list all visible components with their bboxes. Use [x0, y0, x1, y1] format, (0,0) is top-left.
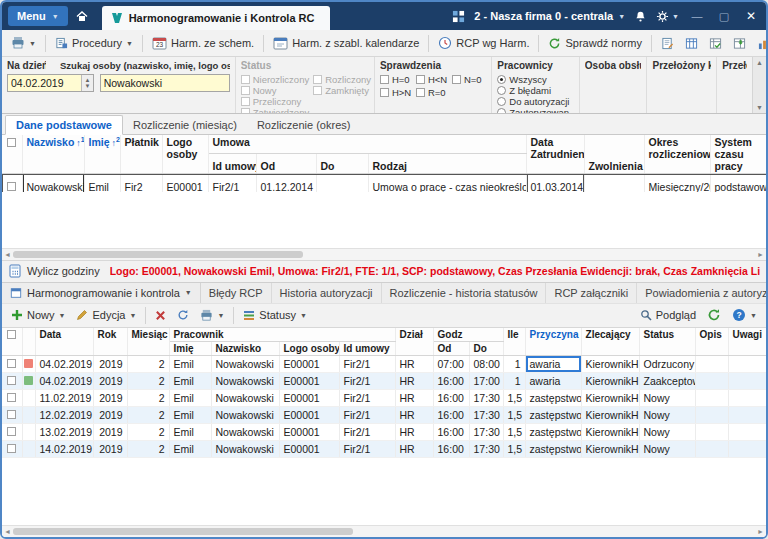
cell[interactable]: 17:00 [469, 372, 503, 389]
overtime-row[interactable]: 12.02.201920192EmilNowakowskiE00001Fir2/… [2, 406, 766, 423]
col-logo-osoby[interactable]: Logo osoby [162, 135, 208, 174]
bottom-tab[interactable]: Historia autoryzacji [272, 283, 382, 303]
company-selector[interactable]: 2 - Nasza firma 0 - centrala ▼ [474, 10, 625, 22]
col-group-godz[interactable]: Godz [433, 328, 503, 342]
overtime-row[interactable]: 14.02.201920192EmilNowakowskiE00001Fir2/… [2, 440, 766, 457]
cell[interactable]: 16:00 [433, 372, 469, 389]
cell[interactable]: KierownikHR [581, 406, 639, 423]
filter-checkbox[interactable]: Nierozliczony [241, 74, 310, 85]
notifications-bell-icon[interactable] [634, 10, 647, 23]
cell[interactable]: 2019 [93, 372, 127, 389]
cell[interactable]: Fir2/1 [339, 389, 395, 406]
filter-radio[interactable]: Z błędami [497, 85, 574, 96]
col-data-zatrudnienia[interactable]: Data Zatrudnienia [526, 135, 584, 174]
doc-edit-button[interactable] [656, 34, 679, 53]
statusy-button[interactable]: Statusy ▼ [238, 306, 312, 324]
filter-checkbox[interactable]: Zamknięty [313, 85, 369, 96]
col-nazwisko[interactable]: Nazwisko [211, 341, 279, 355]
cell[interactable] [728, 406, 766, 423]
cell[interactable]: E00001 [279, 355, 339, 372]
bottom-tab[interactable]: RCP załączniki [546, 283, 637, 303]
tab-rozliczenie-okres[interactable]: Rozliczenie (okres) [247, 116, 361, 134]
cell[interactable] [695, 440, 728, 457]
cell[interactable]: 2 [127, 440, 169, 457]
cell[interactable]: 2019 [93, 423, 127, 440]
cell[interactable]: Fir2/1 [339, 423, 395, 440]
filter-radio[interactable]: Wszyscy [497, 74, 574, 85]
filter-radio[interactable]: Do autoryzacji [497, 96, 574, 107]
col-platnik[interactable]: Płatnik [120, 135, 162, 174]
cell[interactable]: 17:30 [469, 406, 503, 423]
chart-button[interactable]: ▼ [753, 34, 768, 53]
refresh-small-button[interactable] [172, 306, 194, 324]
refresh-bottom-button[interactable] [702, 305, 726, 325]
harm-z-szabl-button[interactable]: Harm. z szabl. kalendarze [268, 33, 424, 53]
col-dzial[interactable]: Dział [395, 328, 433, 356]
cell[interactable]: 1,5 [503, 406, 525, 423]
cell[interactable]: 1 [503, 372, 525, 389]
cell[interactable] [695, 406, 728, 423]
cell[interactable] [695, 355, 728, 372]
cell[interactable]: Fir2/1 [339, 440, 395, 457]
rcp-wg-harm-button[interactable]: RCP wg Harm. [433, 33, 534, 53]
col-zlecajacy[interactable]: Zlecający [581, 328, 639, 356]
col-opis[interactable]: Opis [695, 328, 728, 356]
cell[interactable]: Fir2/1 [339, 355, 395, 372]
cell[interactable]: 2 [127, 423, 169, 440]
maximize-button[interactable]: ▢ [715, 10, 733, 23]
edycja-button[interactable]: Edycja ▼ [71, 306, 141, 324]
cell[interactable]: HR [395, 372, 433, 389]
cell[interactable]: Emil [169, 423, 211, 440]
row-checkbox[interactable] [2, 355, 22, 372]
scroll-thumb[interactable] [13, 528, 353, 535]
delete-button[interactable] [150, 307, 171, 324]
cell[interactable]: HR [395, 406, 433, 423]
cell[interactable]: zastępstwo [525, 406, 581, 423]
col-rodzaj[interactable]: Rodzaj [368, 154, 526, 174]
cell[interactable]: 16:00 [433, 389, 469, 406]
podglad-button[interactable]: Podgląd [635, 306, 701, 324]
cell[interactable]: Emil [169, 406, 211, 423]
app-tiles-icon[interactable] [452, 10, 465, 23]
filter-checkbox[interactable]: H=0 [380, 74, 416, 85]
row-checkbox[interactable] [2, 389, 22, 406]
cell[interactable]: E00001 [279, 440, 339, 457]
cell[interactable]: 17:30 [469, 389, 503, 406]
col-logo-osoby[interactable]: Logo osoby [279, 341, 339, 355]
date-spinner[interactable]: ▲▼ [81, 75, 92, 91]
cell[interactable]: zastępstwo [525, 440, 581, 457]
cell[interactable]: Emil [169, 440, 211, 457]
cell[interactable] [728, 440, 766, 457]
cell[interactable]: Fir2/1 [339, 372, 395, 389]
col-group-pracownik[interactable]: Pracownik [169, 328, 395, 342]
filter-checkbox[interactable]: Przeliczony [241, 96, 310, 107]
col-id-umowy[interactable]: Id umowy [208, 154, 256, 174]
home-button[interactable] [68, 4, 96, 28]
cell[interactable]: 12.02.2019 [35, 406, 93, 423]
cell[interactable]: Zaakceptowany [639, 372, 695, 389]
overtime-row[interactable]: 11.02.201920192EmilNowakowskiE00001Fir2/… [2, 389, 766, 406]
cell[interactable] [728, 389, 766, 406]
select-all-checkbox[interactable] [2, 328, 22, 356]
col-miesiac[interactable]: Miesiąc [127, 328, 169, 356]
cell[interactable]: E00001 [279, 406, 339, 423]
cell[interactable]: 11.02.2019 [35, 389, 93, 406]
cell[interactable]: 1 [503, 355, 525, 372]
cell[interactable]: awaria [525, 355, 581, 372]
cell[interactable] [728, 423, 766, 440]
main-horizontal-scrollbar[interactable]: ◄ ► [2, 248, 766, 260]
table-check-button[interactable] [704, 34, 727, 53]
cell[interactable]: 08:00 [469, 355, 503, 372]
bottom-tab[interactable]: Błędy RCP [201, 283, 272, 303]
cell[interactable]: 2019 [93, 355, 127, 372]
harm-ze-schem-button[interactable]: 23 Harm. ze schem. [147, 33, 259, 53]
cell[interactable] [728, 372, 766, 389]
cell[interactable]: 07:00 [433, 355, 469, 372]
cell[interactable]: HR [395, 389, 433, 406]
cell[interactable]: Emil [169, 389, 211, 406]
search-person-input[interactable] [101, 77, 229, 89]
table-export-button[interactable] [728, 34, 751, 53]
close-button[interactable]: ✕ [742, 9, 760, 23]
bottom-view-selector[interactable]: Harmonogramowanie i kontrola ▼ [2, 283, 201, 303]
cell[interactable]: KierownikHR [581, 355, 639, 372]
